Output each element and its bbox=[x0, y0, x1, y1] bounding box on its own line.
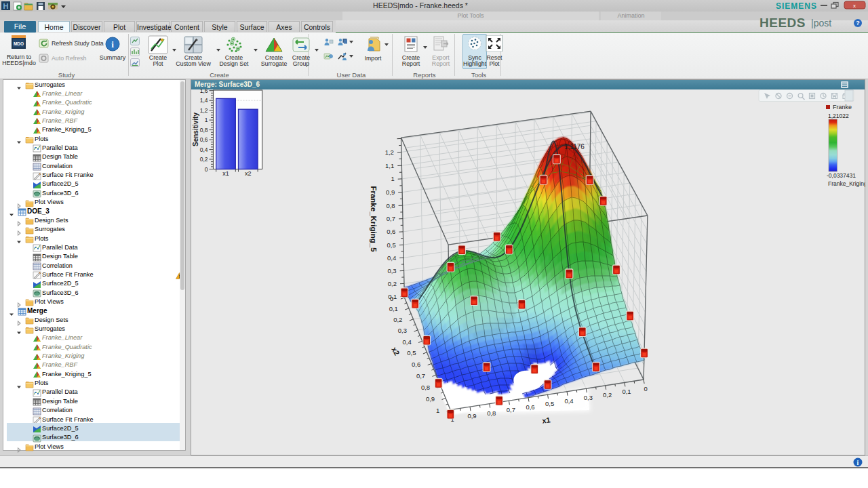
svg-text:MDO: MDO bbox=[14, 41, 24, 46]
svg-text:0,4: 0,4 bbox=[402, 338, 411, 346]
svg-text:1,1176: 1,1176 bbox=[564, 143, 585, 150]
svg-text:0,6: 0,6 bbox=[412, 361, 420, 368]
svg-text:0,6: 0,6 bbox=[387, 228, 395, 235]
svg-text:0,5: 0,5 bbox=[545, 400, 554, 407]
svg-text:0,8: 0,8 bbox=[200, 127, 208, 134]
svg-text:1,4: 1,4 bbox=[200, 97, 208, 104]
svg-text:0,3: 0,3 bbox=[584, 394, 593, 401]
svg-text:x1: x1 bbox=[222, 170, 229, 177]
svg-text:1: 1 bbox=[436, 407, 439, 414]
svg-text:0,2: 0,2 bbox=[388, 280, 397, 287]
svg-text:Franke_Kriging_5: Franke_Kriging_5 bbox=[370, 186, 378, 252]
svg-text:0,7: 0,7 bbox=[416, 372, 425, 380]
svg-text:0,8: 0,8 bbox=[421, 384, 430, 391]
svg-text:1: 1 bbox=[205, 117, 208, 123]
svg-text:0,7: 0,7 bbox=[507, 406, 515, 413]
svg-text:0,6: 0,6 bbox=[526, 403, 534, 411]
svg-text:x2: x2 bbox=[245, 170, 252, 177]
svg-text:0,8: 0,8 bbox=[487, 409, 496, 417]
svg-text:0,5: 0,5 bbox=[387, 241, 396, 249]
svg-text:0,4: 0,4 bbox=[200, 146, 208, 153]
svg-text:0,1: 0,1 bbox=[622, 388, 631, 395]
svg-text:x1: x1 bbox=[542, 415, 551, 425]
svg-text:0,2: 0,2 bbox=[603, 391, 612, 399]
svg-text:1: 1 bbox=[391, 175, 394, 182]
svg-text:x2: x2 bbox=[390, 346, 401, 357]
svg-text:1,1: 1,1 bbox=[385, 162, 394, 169]
svg-text:0,4: 0,4 bbox=[387, 254, 396, 262]
svg-text:0: 0 bbox=[644, 385, 647, 392]
svg-text:0,9: 0,9 bbox=[467, 412, 476, 420]
svg-text:-0,0337431: -0,0337431 bbox=[827, 172, 856, 179]
svg-text:Franke_Kriging_: Franke_Kriging_ bbox=[828, 180, 865, 187]
svg-text:0,9: 0,9 bbox=[426, 395, 435, 403]
svg-text:0,7: 0,7 bbox=[387, 215, 395, 222]
svg-text:1,2: 1,2 bbox=[200, 107, 208, 114]
svg-text:0,5: 0,5 bbox=[407, 349, 416, 357]
svg-text:i: i bbox=[857, 459, 859, 466]
svg-text:1,21022: 1,21022 bbox=[828, 113, 849, 119]
svg-text:1,2: 1,2 bbox=[385, 148, 394, 156]
svg-text:0: 0 bbox=[205, 166, 208, 173]
svg-text:1,6: 1,6 bbox=[200, 89, 208, 94]
svg-text:0,8: 0,8 bbox=[386, 202, 395, 209]
svg-text:i: i bbox=[111, 39, 114, 49]
svg-text:Franke: Franke bbox=[833, 104, 852, 110]
svg-text:0,9: 0,9 bbox=[386, 188, 395, 196]
svg-text:0: 0 bbox=[390, 295, 393, 302]
svg-text:Sensitivity: Sensitivity bbox=[192, 113, 199, 146]
svg-text:0,3: 0,3 bbox=[387, 267, 396, 274]
svg-text:0,3: 0,3 bbox=[398, 327, 407, 334]
svg-text:0,4: 0,4 bbox=[564, 397, 573, 405]
svg-text:0,1: 0,1 bbox=[389, 305, 398, 312]
svg-text:0,6: 0,6 bbox=[200, 136, 208, 143]
svg-text:0,2: 0,2 bbox=[393, 316, 402, 323]
svg-text:0,2: 0,2 bbox=[200, 156, 208, 163]
